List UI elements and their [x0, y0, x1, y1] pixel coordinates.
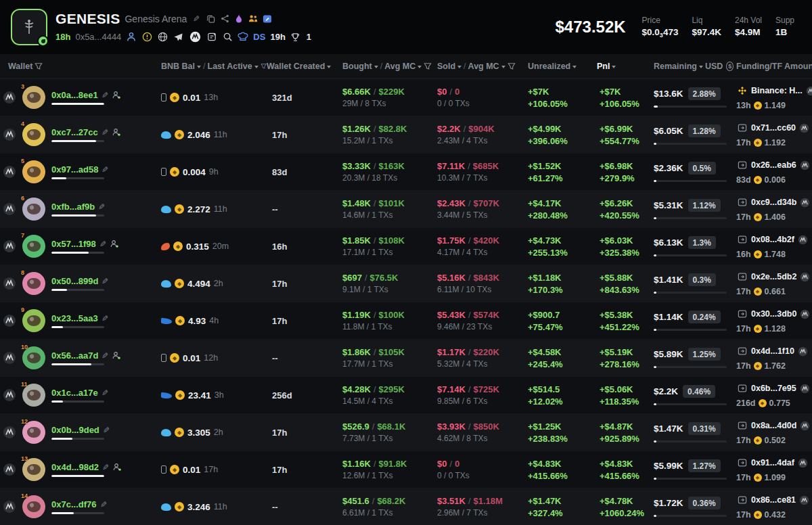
sort-caret[interactable] — [374, 66, 378, 68]
funding-source[interactable]: 0x2e...5db2 — [751, 272, 796, 281]
edit-icon[interactable] — [102, 388, 108, 398]
filter-icon[interactable] — [35, 62, 43, 70]
wallet-address[interactable]: 0x7c...df76 — [51, 499, 97, 509]
avatar[interactable]: 3 — [22, 86, 45, 109]
person-add-icon[interactable] — [112, 127, 122, 137]
sort-caret[interactable] — [197, 66, 201, 68]
col-bought[interactable]: Bought / Avg MC — [337, 62, 433, 71]
sort-caret[interactable] — [457, 66, 461, 68]
funding-source[interactable]: 0x86...ce81 — [751, 495, 796, 505]
funding-source[interactable]: 0xc9...d34b — [751, 198, 796, 207]
m-logo-icon[interactable] — [800, 272, 810, 282]
col-created[interactable]: Wallet Created — [267, 62, 337, 71]
funding-source[interactable]: 0x4d...1f10 — [751, 346, 794, 356]
avatar[interactable]: 11 — [22, 384, 45, 407]
sort-caret[interactable] — [327, 66, 331, 68]
m-logo-icon[interactable] — [3, 239, 16, 253]
m-logo-icon[interactable] — [3, 314, 16, 327]
col-sold[interactable]: Sold / Avg MC — [433, 62, 522, 71]
avatar[interactable]: 12 — [22, 421, 45, 444]
m-logo-icon[interactable] — [3, 202, 16, 216]
edit-token-icon[interactable] — [191, 14, 201, 24]
sort-caret[interactable] — [254, 66, 258, 68]
flame-icon[interactable] — [234, 14, 244, 24]
m-logo-icon[interactable] — [3, 426, 16, 439]
holders-icon[interactable] — [248, 14, 258, 24]
m-logo-icon[interactable] — [800, 160, 810, 170]
wallet-address[interactable]: 0x50...899d — [51, 276, 98, 286]
m-logo-icon[interactable] — [3, 500, 16, 513]
funding-source[interactable]: 0x26...eab6 — [751, 160, 796, 170]
avatar[interactable]: 13 — [22, 458, 45, 481]
token-logo[interactable] — [11, 9, 47, 45]
m-logo-icon[interactable] — [800, 384, 810, 394]
col-pnl[interactable]: Pnl — [594, 62, 647, 71]
filter-icon[interactable] — [508, 62, 516, 70]
edit-icon[interactable] — [103, 426, 110, 435]
dev-icon[interactable] — [126, 32, 137, 43]
m-logo-icon[interactable] — [806, 86, 812, 96]
m-logo-icon[interactable] — [3, 165, 16, 179]
m-logo-icon[interactable] — [3, 128, 16, 141]
funding-source[interactable]: 0x8a...4d0d — [751, 421, 796, 430]
wallet-address[interactable]: 0x0b...9ded — [51, 425, 99, 435]
edit-icon[interactable] — [102, 463, 109, 472]
token-contract[interactable]: 0x5a...4444 — [75, 32, 121, 42]
filter-icon[interactable] — [261, 62, 267, 70]
person-add-icon[interactable] — [112, 350, 122, 361]
avatar[interactable]: 6 — [22, 198, 45, 221]
m-logo-icon[interactable] — [3, 277, 16, 290]
wallet-address[interactable]: 0x97...ad58 — [51, 164, 98, 175]
m-logo-icon[interactable] — [3, 91, 16, 104]
avatar[interactable]: 14 — [22, 495, 45, 518]
edit-icon[interactable] — [98, 202, 105, 212]
search-icon[interactable] — [222, 32, 233, 43]
usd-toggle-icon[interactable] — [726, 62, 734, 71]
sort-caret[interactable] — [501, 66, 505, 68]
wallet-address[interactable]: 0x1c...a17e — [51, 388, 98, 398]
sort-caret[interactable] — [612, 66, 616, 68]
edit-icon[interactable] — [102, 91, 108, 100]
avatar[interactable]: 10 — [22, 346, 45, 369]
col-funding[interactable]: Funding/TF Amount — [734, 62, 812, 71]
sort-caret[interactable] — [699, 66, 703, 68]
funding-source[interactable]: 0x71...cc60 — [751, 123, 796, 133]
m-logo-icon[interactable] — [800, 198, 810, 208]
trophy-icon[interactable] — [290, 32, 301, 43]
avatar[interactable]: 8 — [22, 272, 45, 295]
wallet-address[interactable]: 0xfb...af9b — [51, 202, 95, 212]
wallet-address[interactable]: 0x56...aa7d — [51, 350, 98, 361]
memo-icon[interactable] — [206, 32, 217, 43]
funding-source[interactable]: Binance: H... — [751, 86, 803, 95]
wallet-address[interactable]: 0x0a...8ee1 — [51, 90, 98, 100]
website-icon[interactable] — [157, 32, 168, 43]
warning-icon[interactable] — [141, 32, 152, 43]
edit-icon[interactable] — [102, 314, 108, 323]
person-add-icon[interactable] — [110, 239, 120, 249]
person-add-icon[interactable] — [112, 462, 122, 472]
funding-source[interactable]: 0x30...3db0 — [751, 309, 796, 319]
m-logo-icon[interactable] — [800, 421, 810, 431]
avatar[interactable]: 7 — [22, 235, 45, 258]
filter-icon[interactable] — [424, 62, 432, 70]
ds-label[interactable]: DS — [253, 32, 265, 42]
m-logo-icon[interactable] — [798, 235, 808, 245]
edit-icon[interactable] — [100, 500, 107, 509]
edit-icon[interactable] — [102, 277, 108, 286]
m-logo-icon[interactable] — [3, 463, 16, 476]
person-add-icon[interactable] — [112, 90, 122, 100]
edit-icon[interactable] — [99, 239, 106, 249]
funding-source[interactable]: 0x6b...7e95 — [751, 384, 796, 393]
copy-icon[interactable] — [206, 14, 215, 24]
col-bnb-last-active[interactable]: BNB Bal / Last Active — [157, 62, 267, 71]
avatar[interactable]: 4 — [22, 123, 45, 146]
share-icon[interactable] — [220, 14, 229, 24]
col-unrealized[interactable]: Unrealized — [522, 62, 594, 71]
wallet-address[interactable]: 0x57...1f98 — [51, 239, 96, 249]
edit-icon[interactable] — [102, 128, 108, 137]
m-logo-icon[interactable] — [188, 30, 202, 44]
m-logo-icon[interactable] — [799, 495, 809, 505]
m-logo-icon[interactable] — [3, 351, 16, 365]
avatar[interactable]: 9 — [22, 309, 45, 332]
m-logo-icon[interactable] — [3, 388, 16, 402]
